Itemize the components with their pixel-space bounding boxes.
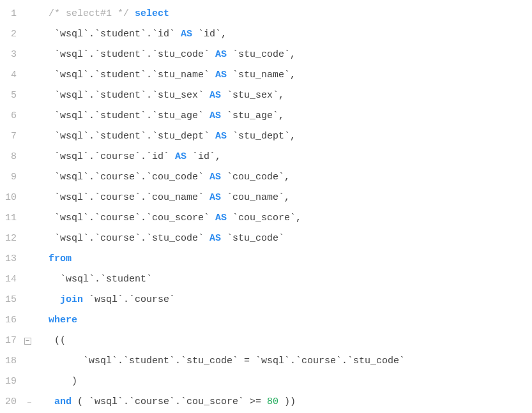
token-keyword: AS	[215, 131, 227, 142]
code-content[interactable]: `wsql`.`student`.`stu_name` AS `stu_name…	[33, 65, 296, 86]
code-content[interactable]: `wsql`.`course`.`cou_code` AS `cou_code`…	[33, 167, 290, 188]
token-text: )	[37, 376, 77, 387]
token-text: `wsql`.`course`.`cou_code`	[37, 172, 209, 183]
code-content[interactable]: join `wsql`.`course`	[33, 290, 175, 310]
token-text	[37, 396, 54, 407]
token-text: ( `wsql`.`course`.`cou_score` >=	[72, 396, 267, 407]
token-text: `wsql`.`course`.`stu_code`	[37, 233, 209, 244]
token-text	[37, 8, 49, 19]
code-content[interactable]: `wsql`.`course`.`id` AS `id`,	[33, 147, 221, 167]
code-content[interactable]: `wsql`.`student`.`stu_age` AS `stu_age`,	[33, 106, 284, 126]
token-keyword: and	[54, 396, 72, 407]
token-text: `stu_age`,	[221, 110, 284, 121]
line-number: 2	[0, 24, 22, 45]
code-line[interactable]: 19 )	[0, 372, 532, 392]
line-number: 4	[0, 65, 22, 86]
code-editor[interactable]: 1 /* select#1 */ select2 `wsql`.`student…	[0, 0, 532, 412]
token-text: `cou_code`,	[221, 172, 290, 183]
code-line[interactable]: 8 `wsql`.`course`.`id` AS `id`,	[0, 147, 532, 167]
code-line[interactable]: 17− ((	[0, 331, 532, 351]
token-text: `wsql`.`student`.`stu_sex`	[37, 90, 209, 101]
code-content[interactable]: `wsql`.`student`.`stu_code` = `wsql`.`co…	[33, 351, 405, 372]
token-keyword: AS	[209, 172, 221, 183]
code-line[interactable]: 20 and ( `wsql`.`course`.`cou_score` >= …	[0, 392, 532, 412]
code-content[interactable]: `wsql`.`student`.`stu_sex` AS `stu_sex`,	[33, 86, 284, 106]
line-number: 7	[0, 126, 22, 147]
line-number: 3	[0, 45, 22, 65]
token-text: `wsql`.`student`.`id`	[37, 29, 181, 40]
code-line[interactable]: 1 /* select#1 */ select	[0, 4, 532, 24]
code-content[interactable]: `wsql`.`student`.`stu_dept` AS `stu_dept…	[33, 126, 296, 147]
token-text: `wsql`.`course`	[83, 294, 175, 305]
token-text: `cou_name`,	[221, 192, 290, 203]
line-number: 18	[0, 351, 22, 372]
code-line[interactable]: 11 `wsql`.`course`.`cou_score` AS `cou_s…	[0, 208, 532, 229]
code-line[interactable]: 14 `wsql`.`student`	[0, 269, 532, 290]
token-keyword: AS	[209, 233, 221, 244]
token-text: `wsql`.`student`.`stu_code` = `wsql`.`co…	[37, 356, 405, 366]
code-content[interactable]: `wsql`.`student`.`stu_code` AS `stu_code…	[33, 45, 296, 65]
token-text: `stu_sex`,	[221, 90, 284, 101]
code-content[interactable]: from	[33, 249, 72, 269]
token-keyword: AS	[215, 213, 227, 223]
token-text: `id`,	[192, 29, 227, 40]
code-line[interactable]: 10 `wsql`.`course`.`cou_name` AS `cou_na…	[0, 188, 532, 208]
code-content[interactable]: `wsql`.`course`.`cou_score` AS `cou_scor…	[33, 208, 301, 229]
line-number: 13	[0, 249, 22, 269]
code-content[interactable]: )	[33, 372, 77, 392]
line-number: 14	[0, 269, 22, 290]
token-text	[37, 294, 60, 305]
code-content[interactable]: and ( `wsql`.`course`.`cou_score` >= 80 …	[33, 392, 296, 412]
token-text: `id`,	[186, 151, 221, 162]
token-keyword: AS	[209, 192, 221, 203]
code-line[interactable]: 3 `wsql`.`student`.`stu_code` AS `stu_co…	[0, 45, 532, 65]
token-text: `stu_code`	[221, 233, 284, 244]
code-line[interactable]: 16 where	[0, 310, 532, 331]
line-number: 16	[0, 310, 22, 331]
code-line[interactable]: 9 `wsql`.`course`.`cou_code` AS `cou_cod…	[0, 167, 532, 188]
code-content[interactable]: `wsql`.`student`	[33, 269, 152, 290]
line-number: 6	[0, 106, 22, 126]
code-content[interactable]: where	[33, 310, 77, 331]
code-content[interactable]: `wsql`.`student`.`id` AS `id`,	[33, 24, 227, 45]
token-text	[129, 8, 135, 19]
line-number: 9	[0, 167, 22, 188]
token-keyword: AS	[209, 110, 221, 121]
fold-gutter[interactable]: −	[22, 338, 33, 345]
token-text: `cou_score`,	[227, 213, 301, 223]
code-line[interactable]: 12 `wsql`.`course`.`stu_code` AS `stu_co…	[0, 229, 532, 249]
code-line[interactable]: 5 `wsql`.`student`.`stu_sex` AS `stu_sex…	[0, 86, 532, 106]
token-text: ((	[37, 335, 66, 346]
token-text: `stu_name`,	[227, 70, 296, 80]
fold-toggle-icon[interactable]: −	[24, 338, 31, 345]
token-text: `wsql`.`student`.`stu_age`	[37, 110, 209, 121]
line-number: 20	[0, 392, 22, 412]
token-keyword: AS	[215, 49, 227, 60]
code-line[interactable]: 18 `wsql`.`student`.`stu_code` = `wsql`.…	[0, 351, 532, 372]
token-text	[37, 253, 49, 264]
code-line[interactable]: 4 `wsql`.`student`.`stu_name` AS `stu_na…	[0, 65, 532, 86]
token-text	[37, 315, 49, 326]
code-line[interactable]: 13 from	[0, 249, 532, 269]
token-text: `wsql`.`student`.`stu_code`	[37, 49, 215, 60]
code-content[interactable]: `wsql`.`course`.`cou_name` AS `cou_name`…	[33, 188, 290, 208]
token-text: `stu_dept`,	[227, 131, 296, 142]
line-number: 5	[0, 86, 22, 106]
code-line[interactable]: 6 `wsql`.`student`.`stu_age` AS `stu_age…	[0, 106, 532, 126]
code-content[interactable]: ((	[33, 331, 66, 351]
line-number: 19	[0, 372, 22, 392]
token-comment: /* select#1 */	[49, 8, 129, 19]
token-keyword: where	[49, 315, 77, 326]
token-keyword: select	[135, 8, 169, 19]
code-content[interactable]: /* select#1 */ select	[33, 4, 169, 24]
token-keyword: join	[60, 294, 83, 305]
token-text: `stu_code`,	[227, 49, 296, 60]
code-content[interactable]: `wsql`.`course`.`stu_code` AS `stu_code`	[33, 229, 284, 249]
line-number: 15	[0, 290, 22, 310]
token-number: 80	[267, 396, 278, 407]
token-text: `wsql`.`course`.`cou_score`	[37, 213, 215, 223]
token-keyword: AS	[215, 70, 227, 80]
code-line[interactable]: 7 `wsql`.`student`.`stu_dept` AS `stu_de…	[0, 126, 532, 147]
code-line[interactable]: 2 `wsql`.`student`.`id` AS `id`,	[0, 24, 532, 45]
code-line[interactable]: 15 join `wsql`.`course`	[0, 290, 532, 310]
